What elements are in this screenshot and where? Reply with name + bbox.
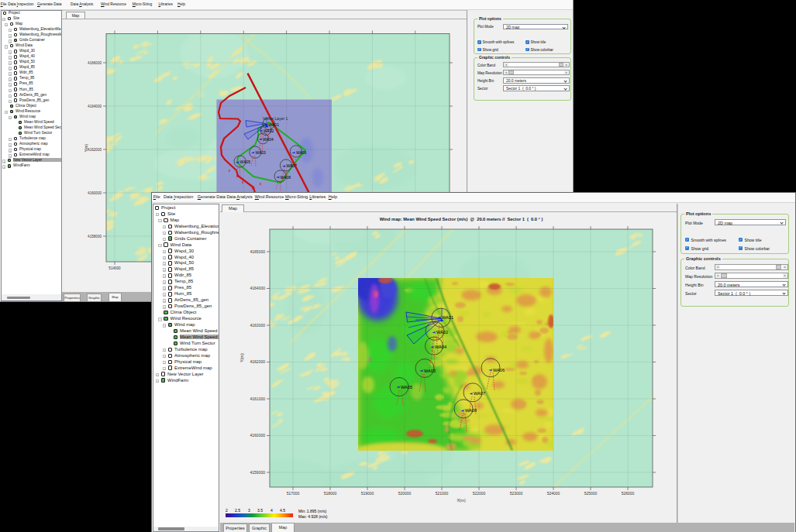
svg-text:WA05: WA05 bbox=[401, 384, 412, 389]
svg-text:4158000: 4158000 bbox=[88, 235, 102, 239]
svg-text:524000: 524000 bbox=[547, 491, 560, 496]
svg-text:518000: 518000 bbox=[324, 491, 337, 496]
svg-text:WA03: WA03 bbox=[255, 150, 266, 155]
svg-text:517000: 517000 bbox=[287, 491, 300, 496]
svg-text:520000: 520000 bbox=[398, 491, 412, 496]
svg-text:Vector Layer 1: Vector Layer 1 bbox=[263, 116, 288, 121]
svg-text:WA04: WA04 bbox=[435, 345, 446, 349]
svg-text:WA01: WA01 bbox=[442, 314, 453, 319]
svg-text:4161000: 4161000 bbox=[250, 396, 266, 400]
svg-text:WA03: WA03 bbox=[424, 368, 436, 372]
svg-text:WA01: WA01 bbox=[269, 122, 280, 127]
svg-text:WA07: WA07 bbox=[287, 163, 298, 168]
svg-text:519000: 519000 bbox=[361, 491, 374, 496]
svg-text:4160000: 4160000 bbox=[250, 433, 266, 438]
svg-text:521000: 521000 bbox=[436, 491, 449, 496]
svg-text:WA02: WA02 bbox=[436, 330, 448, 335]
svg-text:514000: 514000 bbox=[109, 266, 121, 270]
svg-text:WA05: WA05 bbox=[240, 160, 251, 164]
svg-text:4162000: 4162000 bbox=[250, 359, 266, 364]
svg-text:4159000: 4159000 bbox=[250, 469, 266, 474]
svg-text:Y(m): Y(m) bbox=[239, 353, 244, 362]
svg-text:WA06: WA06 bbox=[296, 150, 307, 155]
svg-text:WA04: WA04 bbox=[263, 137, 274, 142]
svg-text:X(m): X(m) bbox=[457, 498, 466, 503]
svg-text:525000: 525000 bbox=[584, 491, 598, 496]
svg-text:WA06: WA06 bbox=[493, 367, 505, 372]
svg-text:4164000: 4164000 bbox=[88, 105, 102, 108]
svg-text:523000: 523000 bbox=[510, 491, 523, 496]
svg-text:WA08: WA08 bbox=[465, 408, 477, 413]
svg-text:WA08: WA08 bbox=[281, 175, 291, 180]
svg-text:522000: 522000 bbox=[473, 491, 486, 496]
svg-text:Wind map: Mean Wind Speed Sect: Wind map: Mean Wind Speed Sector (m/s) @… bbox=[380, 216, 543, 221]
svg-text:4166000: 4166000 bbox=[88, 61, 102, 65]
svg-text:4163000: 4163000 bbox=[250, 322, 266, 327]
svg-text:WA02: WA02 bbox=[264, 129, 274, 133]
svg-text:4165000: 4165000 bbox=[250, 249, 266, 253]
svg-text:4164000: 4164000 bbox=[250, 286, 266, 290]
svg-text:4162000: 4162000 bbox=[88, 148, 102, 152]
svg-text:4160000: 4160000 bbox=[88, 191, 102, 195]
svg-text:WA07: WA07 bbox=[474, 391, 485, 396]
svg-text:526000: 526000 bbox=[622, 491, 635, 496]
svg-text:Y(m): Y(m) bbox=[84, 143, 88, 152]
